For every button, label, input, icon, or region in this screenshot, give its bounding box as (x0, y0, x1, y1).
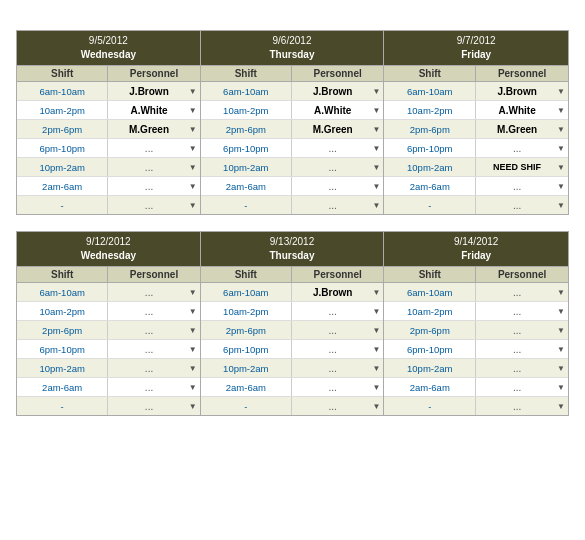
personnel-cell[interactable]: ...▼ (292, 139, 383, 157)
dropdown-arrow-icon[interactable]: ▼ (372, 87, 380, 96)
dropdown-arrow-icon[interactable]: ▼ (372, 201, 380, 210)
personnel-cell[interactable]: ...▼ (476, 302, 568, 320)
personnel-cell[interactable]: ...▼ (108, 283, 199, 301)
personnel-cell[interactable]: A.White▼ (476, 101, 568, 119)
dropdown-arrow-icon[interactable]: ▼ (557, 307, 565, 316)
dropdown-arrow-icon[interactable]: ▼ (557, 345, 565, 354)
dropdown-arrow-icon[interactable]: ▼ (189, 307, 197, 316)
personnel-cell[interactable]: ...▼ (108, 340, 199, 358)
dropdown-arrow-icon[interactable]: ▼ (372, 182, 380, 191)
dropdown-arrow-icon[interactable]: ▼ (372, 345, 380, 354)
personnel-cell[interactable]: ...▼ (108, 302, 199, 320)
dropdown-arrow-icon[interactable]: ▼ (372, 364, 380, 373)
personnel-cell[interactable]: M.Green▼ (292, 120, 383, 138)
personnel-cell[interactable]: J.Brown▼ (476, 82, 568, 100)
personnel-cell[interactable]: ...▼ (292, 302, 383, 320)
dropdown-arrow-icon[interactable]: ▼ (372, 402, 380, 411)
dropdown-arrow-icon[interactable]: ▼ (189, 345, 197, 354)
shift-row: 10am-2pmA.White▼ (384, 101, 568, 120)
dropdown-arrow-icon[interactable]: ▼ (557, 383, 565, 392)
dropdown-arrow-icon[interactable]: ▼ (557, 144, 565, 153)
personnel-cell[interactable]: J.Brown▼ (292, 82, 383, 100)
personnel-name: ... (111, 200, 186, 211)
personnel-cell[interactable]: ...▼ (476, 139, 568, 157)
personnel-cell[interactable]: ...▼ (292, 196, 383, 214)
shift-row: -...▼ (384, 397, 568, 415)
personnel-cell[interactable]: ...▼ (292, 158, 383, 176)
personnel-cell[interactable]: ...▼ (476, 359, 568, 377)
personnel-cell[interactable]: ...▼ (292, 321, 383, 339)
dropdown-arrow-icon[interactable]: ▼ (557, 201, 565, 210)
dropdown-arrow-icon[interactable]: ▼ (189, 163, 197, 172)
day-header: 9/13/2012Thursday (201, 232, 384, 266)
personnel-cell[interactable]: A.White▼ (108, 101, 199, 119)
dropdown-arrow-icon[interactable]: ▼ (189, 106, 197, 115)
personnel-cell[interactable]: ...▼ (476, 283, 568, 301)
personnel-cell[interactable]: ...▼ (476, 196, 568, 214)
shift-time-cell: - (201, 397, 292, 415)
personnel-cell[interactable]: ...▼ (476, 378, 568, 396)
dropdown-arrow-icon[interactable]: ▼ (189, 201, 197, 210)
dropdown-arrow-icon[interactable]: ▼ (557, 163, 565, 172)
personnel-cell[interactable]: ...▼ (108, 196, 199, 214)
shift-time-cell: 10am-2pm (201, 101, 292, 119)
personnel-cell[interactable]: M.Green▼ (476, 120, 568, 138)
personnel-cell[interactable]: ...▼ (476, 397, 568, 415)
personnel-cell[interactable]: ...▼ (292, 340, 383, 358)
dropdown-arrow-icon[interactable]: ▼ (189, 383, 197, 392)
personnel-cell[interactable]: ...▼ (108, 158, 199, 176)
day-date: 9/7/2012 (386, 34, 566, 48)
dropdown-arrow-icon[interactable]: ▼ (557, 106, 565, 115)
shift-time-cell: 10pm-2am (384, 158, 476, 176)
personnel-cell[interactable]: ...▼ (292, 177, 383, 195)
personnel-cell[interactable]: J.Brown▼ (108, 82, 199, 100)
dropdown-arrow-icon[interactable]: ▼ (189, 87, 197, 96)
dropdown-arrow-icon[interactable]: ▼ (189, 288, 197, 297)
personnel-cell[interactable]: ...▼ (476, 177, 568, 195)
dropdown-arrow-icon[interactable]: ▼ (189, 182, 197, 191)
personnel-cell[interactable]: ...▼ (476, 340, 568, 358)
dropdown-arrow-icon[interactable]: ▼ (189, 402, 197, 411)
dropdown-arrow-icon[interactable]: ▼ (557, 402, 565, 411)
personnel-cell[interactable]: NEED SHIF▼ (476, 158, 568, 176)
personnel-name: A.White (295, 105, 370, 116)
personnel-cell[interactable]: M.Green▼ (108, 120, 199, 138)
dropdown-arrow-icon[interactable]: ▼ (372, 163, 380, 172)
dropdown-arrow-icon[interactable]: ▼ (557, 326, 565, 335)
personnel-name: ... (295, 162, 370, 173)
dropdown-arrow-icon[interactable]: ▼ (557, 364, 565, 373)
dropdown-arrow-icon[interactable]: ▼ (372, 144, 380, 153)
dropdown-arrow-icon[interactable]: ▼ (372, 383, 380, 392)
personnel-cell[interactable]: ...▼ (108, 321, 199, 339)
personnel-cell[interactable]: A.White▼ (292, 101, 383, 119)
dropdown-arrow-icon[interactable]: ▼ (557, 125, 565, 134)
shift-row: 10am-2pm...▼ (17, 302, 200, 321)
personnel-cell[interactable]: ...▼ (292, 397, 383, 415)
personnel-cell[interactable]: ...▼ (108, 359, 199, 377)
personnel-cell[interactable]: ...▼ (292, 378, 383, 396)
dropdown-arrow-icon[interactable]: ▼ (557, 182, 565, 191)
personnel-cell[interactable]: ...▼ (108, 397, 199, 415)
dropdown-arrow-icon[interactable]: ▼ (372, 288, 380, 297)
personnel-cell[interactable]: ...▼ (292, 359, 383, 377)
day-dow: Friday (386, 48, 566, 62)
dropdown-arrow-icon[interactable]: ▼ (557, 288, 565, 297)
dropdown-arrow-icon[interactable]: ▼ (189, 326, 197, 335)
dropdown-arrow-icon[interactable]: ▼ (189, 125, 197, 134)
dropdown-arrow-icon[interactable]: ▼ (372, 125, 380, 134)
shift-row: 10am-2pm...▼ (201, 302, 384, 321)
personnel-cell[interactable]: J.Brown▼ (292, 283, 383, 301)
shift-row: -...▼ (17, 196, 200, 214)
dropdown-arrow-icon[interactable]: ▼ (557, 87, 565, 96)
personnel-cell[interactable]: ...▼ (108, 139, 199, 157)
day-header: 9/6/2012Thursday (201, 31, 384, 65)
personnel-cell[interactable]: ...▼ (476, 321, 568, 339)
dropdown-arrow-icon[interactable]: ▼ (189, 364, 197, 373)
dropdown-arrow-icon[interactable]: ▼ (372, 326, 380, 335)
personnel-cell[interactable]: ...▼ (108, 177, 199, 195)
shift-time-cell: 6pm-10pm (201, 139, 292, 157)
dropdown-arrow-icon[interactable]: ▼ (189, 144, 197, 153)
dropdown-arrow-icon[interactable]: ▼ (372, 106, 380, 115)
dropdown-arrow-icon[interactable]: ▼ (372, 307, 380, 316)
personnel-cell[interactable]: ...▼ (108, 378, 199, 396)
